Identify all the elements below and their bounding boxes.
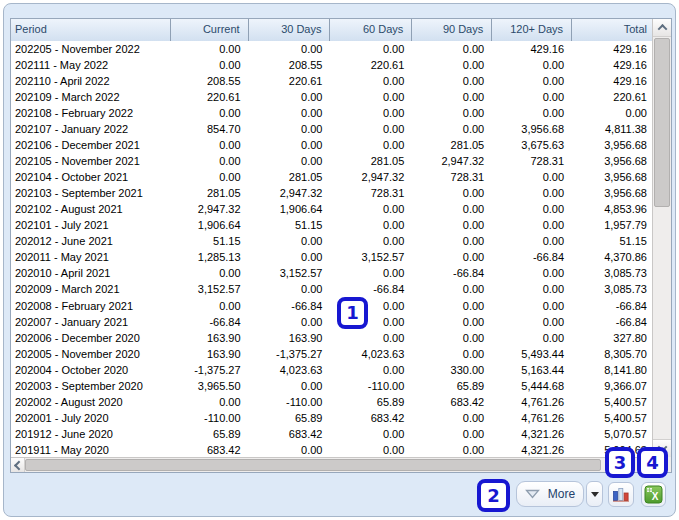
table-row[interactable]: 202104 - October 20210.00281.052,947.327… [11, 169, 652, 185]
cell-period: 202205 - November 2022 [11, 43, 171, 55]
vertical-scrollbar[interactable] [652, 19, 671, 457]
cell-current: 0.00 [171, 155, 249, 167]
show-chart-button[interactable] [608, 482, 634, 507]
horizontal-scrollbar-thumb[interactable] [25, 459, 601, 471]
scroll-up-button[interactable] [653, 19, 671, 37]
cell-total: 8,305.70 [572, 348, 652, 360]
cell-90-days: 728.31 [412, 171, 492, 183]
column-header-total[interactable]: Total [572, 19, 652, 41]
cell-total: 8,141.80 [572, 364, 652, 376]
cell-120-days: -66.84 [492, 251, 572, 263]
cell-30-days: 0.00 [249, 139, 331, 151]
cell-current: -110.00 [171, 412, 249, 424]
cell-90-days: 0.00 [412, 428, 492, 440]
table-row[interactable]: 202002 - August 20200.00-110.0065.89683.… [11, 394, 652, 410]
table-row[interactable]: 202006 - December 2020163.90163.900.000.… [11, 330, 652, 346]
table-row[interactable]: 202012 - June 202151.150.000.000.000.005… [11, 233, 652, 249]
cell-90-days: -66.84 [412, 267, 492, 279]
column-header-60-days[interactable]: 60 Days [330, 19, 412, 41]
cell-60-days: 0.00 [330, 203, 412, 215]
cell-30-days: 0.00 [249, 283, 331, 295]
cell-60-days: 0.00 [330, 267, 412, 279]
annotation-mark-3: 3 [605, 447, 635, 478]
annotation-mark-1: 1 [337, 297, 368, 329]
cell-30-days: 0.00 [249, 91, 331, 103]
cell-current: 0.00 [171, 43, 249, 55]
cell-30-days: 65.89 [249, 412, 331, 424]
table-row[interactable]: 202007 - January 2021-66.840.000.000.000… [11, 314, 652, 330]
cell-current: 51.15 [171, 235, 249, 247]
cell-period: 202005 - November 2020 [11, 348, 171, 360]
cell-period: 202003 - September 2020 [11, 380, 171, 392]
table-row[interactable]: 202111 - May 20220.00208.55220.610.000.0… [11, 57, 652, 73]
column-header-period[interactable]: Period [11, 19, 171, 41]
cell-60-days: 0.00 [330, 444, 412, 456]
cell-60-days: 220.61 [330, 59, 412, 71]
table-row[interactable]: 202105 - November 20210.000.00281.052,94… [11, 153, 652, 169]
export-excel-button[interactable]: X [641, 482, 666, 507]
cell-30-days: 0.00 [249, 380, 331, 392]
cell-60-days: 2,947.32 [330, 171, 412, 183]
cell-60-days: 0.00 [330, 123, 412, 135]
cell-30-days: 281.05 [249, 171, 331, 183]
scroll-left-button[interactable] [11, 458, 25, 472]
cell-total: 220.61 [572, 91, 652, 103]
cell-120-days: 0.00 [492, 107, 572, 119]
table-row[interactable]: 202108 - February 20220.000.000.000.000.… [11, 105, 652, 121]
more-dropdown-button[interactable] [586, 481, 603, 507]
cell-period: 202102 - August 2021 [11, 203, 171, 215]
cell-90-days: 0.00 [412, 444, 492, 456]
cell-period: 202101 - July 2021 [11, 219, 171, 231]
table-row[interactable]: 202101 - July 20211,906.6451.150.000.000… [11, 217, 652, 233]
column-header-90-days[interactable]: 90 Days [412, 19, 492, 41]
cell-current: 163.90 [171, 348, 249, 360]
cell-period: 202011 - May 2021 [11, 251, 171, 263]
cell-120-days: 0.00 [492, 187, 572, 199]
cell-total: 3,956.68 [572, 171, 652, 183]
cell-120-days: 5,444.68 [492, 380, 572, 392]
cell-30-days: 0.00 [249, 43, 331, 55]
triangle-down-icon [591, 492, 599, 497]
table-row[interactable]: 202109 - March 2022220.610.000.000.000.0… [11, 89, 652, 105]
more-button[interactable]: More [516, 481, 584, 507]
table-row[interactable]: 202001 - July 2020-110.0065.89683.420.00… [11, 410, 652, 426]
table-row[interactable]: 202005 - November 2020163.90-1,375.274,0… [11, 346, 652, 362]
cell-current: -66.84 [171, 316, 249, 328]
table-row[interactable]: 202009 - March 20213,152.570.00-66.840.0… [11, 281, 652, 297]
table-row[interactable]: 202102 - August 20212,947.321,906.640.00… [11, 201, 652, 217]
table-row[interactable]: 202010 - April 20210.003,152.570.00-66.8… [11, 265, 652, 281]
cell-120-days: 4,321.26 [492, 428, 572, 440]
chevron-left-icon [14, 460, 24, 470]
table-row[interactable]: 202011 - May 20211,285.130.003,152.570.0… [11, 249, 652, 265]
cell-period: 202111 - May 2022 [11, 59, 171, 71]
table-row[interactable]: 201911 - May 2020683.420.000.000.004,321… [11, 442, 652, 457]
column-header-120-days[interactable]: 120+ Days [492, 19, 572, 41]
column-header-30-days[interactable]: 30 Days [249, 19, 331, 41]
cell-current: 3,152.57 [171, 283, 249, 295]
cell-120-days: 0.00 [492, 91, 572, 103]
cell-current: 281.05 [171, 187, 249, 199]
table-row[interactable]: 202103 - September 2021281.052,947.32728… [11, 185, 652, 201]
cell-120-days: 5,163.44 [492, 364, 572, 376]
column-header-current[interactable]: Current [171, 19, 249, 41]
cell-current: 2,947.32 [171, 203, 249, 215]
table-row[interactable]: 202107 - January 2022854.700.000.000.003… [11, 121, 652, 137]
table-row[interactable]: 202110 - April 2022208.55220.610.000.000… [11, 73, 652, 89]
table-row[interactable]: 202205 - November 20220.000.000.000.0042… [11, 41, 652, 57]
cell-total: 5,070.57 [572, 428, 652, 440]
cell-60-days: 728.31 [330, 187, 412, 199]
table-row[interactable]: 201912 - June 202065.89683.420.000.004,3… [11, 426, 652, 442]
vertical-scrollbar-thumb[interactable] [654, 38, 670, 207]
table-row[interactable]: 202106 - December 20210.000.000.00281.05… [11, 137, 652, 153]
cell-total: 9,366.07 [572, 380, 652, 392]
horizontal-scrollbar[interactable] [11, 457, 652, 472]
cell-120-days: 3,956.68 [492, 123, 572, 135]
table-row[interactable]: 202008 - February 20210.00-66.840.000.00… [11, 298, 652, 314]
cell-60-days: 0.00 [330, 107, 412, 119]
cell-total: 3,085.73 [572, 267, 652, 279]
cell-90-days: 0.00 [412, 235, 492, 247]
cell-90-days: 0.00 [412, 43, 492, 55]
table-row[interactable]: 202004 - October 2020-1,375.274,023.630.… [11, 362, 652, 378]
cell-120-days: 4,761.26 [492, 412, 572, 424]
table-row[interactable]: 202003 - September 20203,965.500.00-110.… [11, 378, 652, 394]
